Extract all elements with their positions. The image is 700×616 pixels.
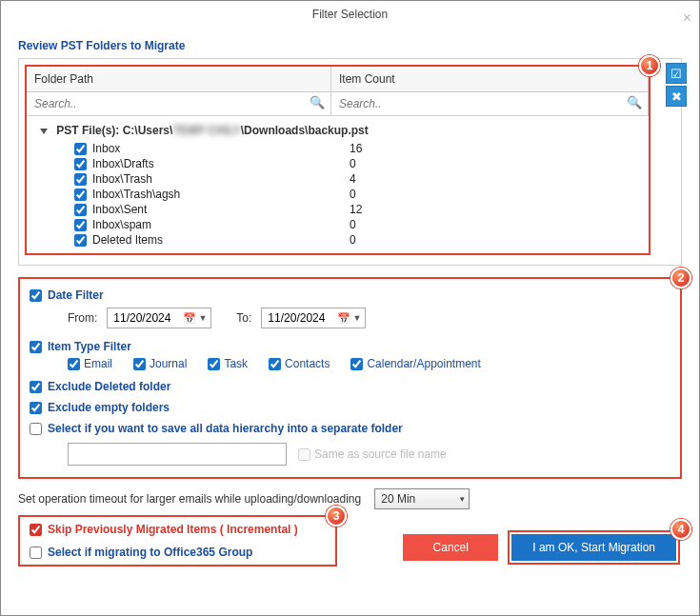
save-separate-checkbox[interactable] <box>30 423 42 435</box>
folder-panel: ☑ ✖ 1 Folder Path Item Count 🔍 🔍 <box>18 58 682 266</box>
skip-migrated-label: Skip Previously Migrated Items ( Increme… <box>48 523 298 536</box>
folder-label: Deleted Items <box>92 233 340 247</box>
calendar-checkbox[interactable] <box>350 358 363 370</box>
select-all-button[interactable]: ☑ <box>666 63 687 84</box>
search-icon[interactable]: 🔍 <box>627 95 642 109</box>
button-row: Cancel 4 I am OK, Start Migration <box>403 530 680 565</box>
contacts-option[interactable]: Contacts <box>269 357 330 370</box>
content-area: Review PST Folders to Migrate ☑ ✖ 1 Fold… <box>1 28 699 578</box>
item-type-filter-row: Item Type Filter <box>30 340 670 353</box>
calendar-option[interactable]: Calendar/Appointment <box>350 357 480 370</box>
search-icon[interactable]: 🔍 <box>310 95 325 109</box>
folder-checkbox[interactable] <box>74 158 87 170</box>
same-as-source-row: Same as source file name <box>298 447 447 461</box>
calendar-icon[interactable]: 📅 <box>183 312 196 325</box>
from-date-input[interactable] <box>111 310 180 326</box>
callout-2: 2 <box>670 268 691 288</box>
side-tools: ☑ ✖ <box>666 63 687 107</box>
same-as-source-checkbox <box>298 448 310 461</box>
date-filter-row: Date Filter <box>30 288 670 302</box>
from-date-field[interactable]: 📅 ▼ <box>107 308 211 328</box>
folder-checkbox[interactable] <box>74 173 87 186</box>
save-separate-label: Select if you want to save all data hier… <box>48 422 403 435</box>
skip-migrated-row: Skip Previously Migrated Items ( Increme… <box>30 523 326 536</box>
folder-checkbox[interactable] <box>74 189 87 201</box>
folder-checkbox[interactable] <box>74 234 87 247</box>
folder-row[interactable]: Deleted Items 0 <box>36 232 645 248</box>
date-filter-checkbox[interactable] <box>30 289 42 302</box>
contacts-checkbox[interactable] <box>269 358 281 370</box>
timeout-combo[interactable]: 20 Min ▾ <box>374 488 470 509</box>
folder-row[interactable]: Inbox\Trash\agsh 0 <box>36 187 645 202</box>
save-separate-row: Select if you want to save all data hier… <box>30 422 670 435</box>
skip-migrated-checkbox[interactable] <box>30 524 42 536</box>
header-folder-path[interactable]: Folder Path <box>27 67 331 91</box>
folder-row[interactable]: Inbox\Drafts 0 <box>36 156 645 171</box>
item-type-filter-label: Item Type Filter <box>48 340 131 353</box>
folder-label: Inbox <box>92 142 340 155</box>
search-item-count-cell: 🔍 <box>331 92 649 115</box>
task-checkbox[interactable] <box>208 358 220 370</box>
o365-group-checkbox[interactable] <box>30 546 42 559</box>
date-filter-label: Date Filter <box>48 288 104 302</box>
search-folder-path-cell: 🔍 <box>27 92 331 115</box>
to-date-field[interactable]: 📅 ▼ <box>261 308 366 328</box>
folder-checkbox[interactable] <box>74 219 87 231</box>
pst-root-user: TEMP CHILY <box>172 124 240 137</box>
folder-checkbox[interactable] <box>74 204 87 216</box>
callout-3: 3 <box>326 506 347 527</box>
folder-row[interactable]: Inbox\Sent 12 <box>36 202 645 217</box>
expand-icon[interactable] <box>40 129 48 134</box>
timeout-label: Set operation timeout for larger emails … <box>18 492 361 506</box>
folder-checkbox[interactable] <box>74 143 87 155</box>
email-option[interactable]: Email <box>68 357 112 370</box>
exclude-empty-row: Exclude empty folders <box>30 401 670 414</box>
item-type-options: Email Journal Task Contacts Calendar/App… <box>68 357 670 370</box>
folder-count: 0 <box>340 233 645 247</box>
start-button-highlight: 4 I am OK, Start Migration <box>508 530 680 565</box>
pst-root-node[interactable]: PST File(s): C:\Users\TEMP CHILY\Downloa… <box>36 122 645 141</box>
cancel-button[interactable]: Cancel <box>403 534 498 561</box>
search-item-count-input[interactable] <box>331 92 648 115</box>
folder-label: Inbox\spam <box>92 218 340 231</box>
review-heading: Review PST Folders to Migrate <box>18 39 682 52</box>
start-migration-button[interactable]: I am OK, Start Migration <box>511 534 676 561</box>
window-title: Filter Selection <box>312 8 388 21</box>
o365-group-row: Select if migrating to Office365 Group <box>30 546 326 559</box>
item-type-filter-checkbox[interactable] <box>30 341 42 353</box>
to-label: To: <box>236 311 251 325</box>
exclude-empty-checkbox[interactable] <box>30 402 42 414</box>
email-label: Email <box>84 357 112 370</box>
exclude-deleted-row: Exclude Deleted folder <box>30 380 670 393</box>
folder-count: 16 <box>340 142 645 155</box>
chevron-down-icon[interactable]: ▾ <box>460 494 465 504</box>
journal-label: Journal <box>150 357 187 370</box>
exclude-deleted-checkbox[interactable] <box>30 381 42 393</box>
folder-label: Inbox\Trash <box>92 172 340 186</box>
search-folder-path-input[interactable] <box>27 92 330 115</box>
folder-count: 4 <box>340 172 645 186</box>
separate-folder-input[interactable] <box>68 443 287 466</box>
folder-label: Inbox\Sent <box>92 203 340 216</box>
folder-inner: 1 Folder Path Item Count 🔍 🔍 <box>25 65 650 255</box>
folder-row[interactable]: Inbox 16 <box>36 141 645 156</box>
date-range-row: From: 📅 ▼ To: 📅 ▼ <box>68 308 670 328</box>
calendar-label: Calendar/Appointment <box>367 357 480 370</box>
to-date-input[interactable] <box>266 310 334 326</box>
folder-count: 0 <box>340 157 645 170</box>
chevron-down-icon[interactable]: ▼ <box>352 313 361 323</box>
journal-option[interactable]: Journal <box>133 357 187 370</box>
task-option[interactable]: Task <box>208 357 248 370</box>
calendar-icon[interactable]: 📅 <box>337 312 350 325</box>
email-checkbox[interactable] <box>68 358 80 370</box>
folder-count: 0 <box>340 188 645 201</box>
deselect-all-button[interactable]: ✖ <box>666 86 687 107</box>
header-item-count[interactable]: Item Count <box>331 67 649 91</box>
timeout-value: 20 Min <box>381 492 415 506</box>
exclude-deleted-label: Exclude Deleted folder <box>48 380 170 393</box>
folder-row[interactable]: Inbox\spam 0 <box>36 217 645 232</box>
chevron-down-icon[interactable]: ▼ <box>198 313 207 323</box>
journal-checkbox[interactable] <box>133 358 146 370</box>
folder-row[interactable]: Inbox\Trash 4 <box>36 171 645 187</box>
titlebar: Filter Selection × <box>1 1 699 28</box>
